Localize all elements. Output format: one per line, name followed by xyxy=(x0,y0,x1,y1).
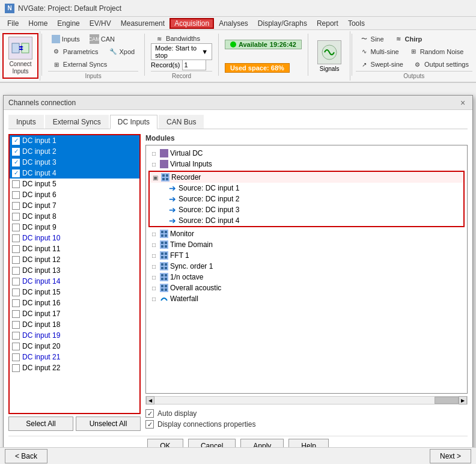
menu-home[interactable]: Home xyxy=(23,18,52,29)
dialog-close-button[interactable]: × xyxy=(458,98,468,108)
expand-virtual-dc[interactable]: □ xyxy=(150,149,158,157)
bandwidths-button[interactable]: ≋ Bandwidths xyxy=(151,33,204,44)
dc-input-14-checkbox[interactable] xyxy=(12,278,20,285)
can-button[interactable]: CAM CAN xyxy=(86,34,118,44)
tree-node-waterfall[interactable]: □ Waterfall xyxy=(148,293,465,304)
modules-tree[interactable]: □ Virtual DC □ Virtual Inputs xyxy=(145,145,468,394)
tree-node-fft1[interactable]: □ FFT 1 xyxy=(148,250,465,261)
dc-input-18-checkbox[interactable] xyxy=(12,321,20,329)
menu-acquisition[interactable]: Acquisition xyxy=(169,18,214,29)
dc-input-21-checkbox[interactable] xyxy=(12,353,20,361)
expand-recorder[interactable]: ▣ xyxy=(151,173,159,182)
menu-evhv[interactable]: EV/HV xyxy=(85,18,116,29)
list-item[interactable]: DC input 15 xyxy=(10,287,139,298)
tab-external-syncs[interactable]: External Syncs xyxy=(45,115,109,129)
list-item[interactable]: DC input 17 xyxy=(10,308,139,319)
tree-node-src3[interactable]: · ➔ Source: DC input 3 xyxy=(150,204,463,215)
list-item[interactable]: DC input 11 xyxy=(10,243,139,254)
dc-input-2-checkbox[interactable] xyxy=(12,148,20,156)
xpod-button[interactable]: 🔧 Xpod xyxy=(105,46,139,57)
tree-node-recorder[interactable]: ▣ Recorder xyxy=(150,172,463,183)
external-syncs-button[interactable]: ⊞ External Syncs xyxy=(48,59,111,70)
list-item[interactable]: DC input 9 xyxy=(10,222,139,233)
menu-file[interactable]: File xyxy=(2,18,23,29)
list-item[interactable]: DC input 10 xyxy=(10,233,139,243)
h-scroll-right[interactable]: ▶ xyxy=(459,396,467,404)
menu-display-graphs[interactable]: Display/Graphs xyxy=(253,18,312,29)
list-item[interactable]: DC input 2 xyxy=(10,146,139,157)
dc-input-3-checkbox[interactable] xyxy=(12,159,20,166)
tree-node-sync-order1[interactable]: □ Sync. order 1 xyxy=(148,261,465,272)
dc-input-13-checkbox[interactable] xyxy=(12,267,20,275)
tree-node-src1[interactable]: · ➔ Source: DC input 1 xyxy=(150,183,463,194)
menu-engine[interactable]: Engine xyxy=(52,18,84,29)
swept-sine-button[interactable]: ↗ Swept-sine xyxy=(356,59,407,70)
list-item[interactable]: DC input 4 xyxy=(10,168,139,179)
list-item[interactable]: DC input 20 xyxy=(10,341,139,352)
menu-report[interactable]: Report xyxy=(312,18,343,29)
list-item[interactable]: DC input 16 xyxy=(10,298,139,308)
dc-input-8-checkbox[interactable] xyxy=(12,213,20,221)
list-item[interactable]: DC input 7 xyxy=(10,200,139,211)
dc-input-5-checkbox[interactable] xyxy=(12,180,20,188)
dc-input-6-checkbox[interactable] xyxy=(12,191,20,199)
list-item[interactable]: DC input 3 xyxy=(10,157,139,168)
dc-input-17-checkbox[interactable] xyxy=(12,310,20,318)
dc-input-9-checkbox[interactable] xyxy=(12,224,20,231)
h-scroll-thumb[interactable] xyxy=(435,397,459,404)
expand-waterfall[interactable]: □ xyxy=(150,295,158,303)
parametrics-button[interactable]: ⚙ Parametrics xyxy=(48,46,102,57)
expand-overall-acoustic[interactable]: □ xyxy=(150,284,158,292)
tree-node-virtual-dc[interactable]: □ Virtual DC xyxy=(148,148,465,159)
dc-input-11-checkbox[interactable] xyxy=(12,245,20,253)
dc-inputs-list[interactable]: DC input 1 DC input 2 DC input 3 DC inpu… xyxy=(8,134,141,414)
list-item[interactable]: DC input 14 xyxy=(10,276,139,287)
expand-time-domain[interactable]: □ xyxy=(150,240,158,249)
expand-fft1[interactable]: □ xyxy=(150,251,158,260)
tree-h-scrollbar[interactable]: ◀ ▶ xyxy=(145,396,468,404)
sine-button[interactable]: 〜 Sine xyxy=(356,34,388,44)
tab-can-bus[interactable]: CAN Bus xyxy=(159,115,204,129)
list-item[interactable]: DC input 13 xyxy=(10,265,139,276)
menu-analyses[interactable]: Analyses xyxy=(214,18,253,29)
expand-virtual-inputs[interactable]: □ xyxy=(150,160,158,168)
list-item[interactable]: DC input 19 xyxy=(10,330,139,341)
tree-node-src4[interactable]: · ➔ Source: DC input 4 xyxy=(150,215,463,226)
chirp-button[interactable]: ≋ Chirp xyxy=(390,34,426,44)
list-item[interactable]: DC input 22 xyxy=(10,362,139,373)
mode-selector[interactable]: Mode: Start to stop ▼ xyxy=(151,43,212,60)
dc-input-4-checkbox[interactable] xyxy=(12,169,20,177)
list-item[interactable]: DC input 6 xyxy=(10,189,139,200)
dc-input-15-checkbox[interactable] xyxy=(12,288,20,296)
list-item[interactable]: DC input 1 xyxy=(10,135,139,146)
list-item[interactable]: DC input 18 xyxy=(10,319,139,330)
dc-input-1-checkbox[interactable] xyxy=(12,137,20,145)
auto-display-checkbox[interactable] xyxy=(145,409,154,418)
tree-node-octave[interactable]: □ 1/n octave xyxy=(148,272,465,282)
dc-input-20-checkbox[interactable] xyxy=(12,343,20,350)
unselect-all-button[interactable]: Unselect All xyxy=(76,417,141,431)
dc-input-16-checkbox[interactable] xyxy=(12,299,20,307)
record-input[interactable] xyxy=(182,60,206,70)
list-item[interactable]: DC input 8 xyxy=(10,211,139,222)
list-item[interactable]: DC input 12 xyxy=(10,254,139,265)
h-scroll-left[interactable]: ◀ xyxy=(146,396,154,404)
tree-node-src2[interactable]: · ➔ Source: DC input 2 xyxy=(150,194,463,204)
random-noise-button[interactable]: ⊞ Random Noise xyxy=(405,46,468,57)
dc-input-10-checkbox[interactable] xyxy=(12,234,20,242)
connect-inputs-button[interactable]: ConnectInputs xyxy=(2,33,38,79)
tab-inputs[interactable]: Inputs xyxy=(8,115,44,129)
dc-input-12-checkbox[interactable] xyxy=(12,256,20,264)
dc-input-19-checkbox[interactable] xyxy=(12,332,20,340)
list-item[interactable]: DC input 21 xyxy=(10,352,139,362)
menu-tools[interactable]: Tools xyxy=(343,18,370,29)
next-button[interactable]: Next > xyxy=(430,449,471,463)
expand-sync-order1[interactable]: □ xyxy=(150,262,158,270)
tree-node-overall-acoustic[interactable]: □ Overall acoustic xyxy=(148,282,465,293)
list-item[interactable]: DC input 5 xyxy=(10,179,139,189)
tree-node-monitor[interactable]: □ Monitor xyxy=(148,228,465,239)
expand-monitor[interactable]: □ xyxy=(150,230,158,238)
display-connections-checkbox[interactable] xyxy=(145,420,154,429)
tree-node-time-domain[interactable]: □ Time Domain xyxy=(148,239,465,250)
multi-sine-button[interactable]: ∿ Multi-sine xyxy=(356,46,403,57)
